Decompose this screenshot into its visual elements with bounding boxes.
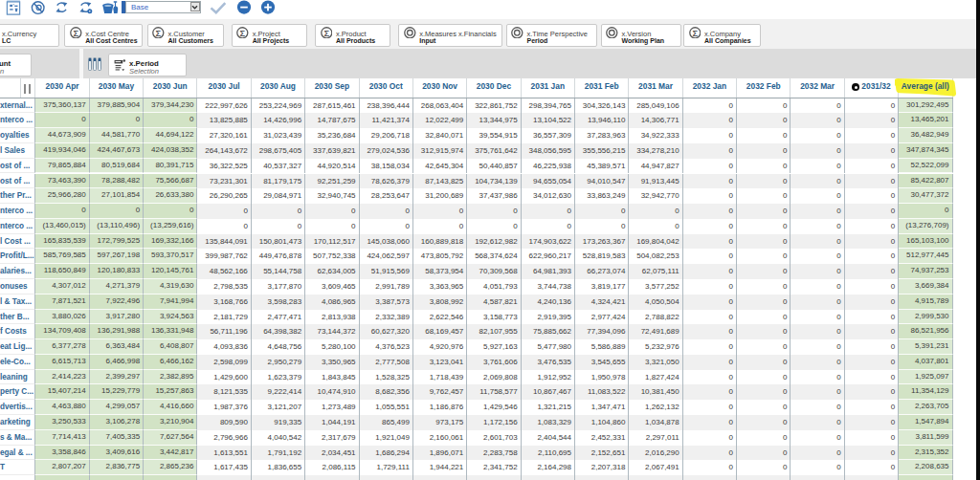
svg-text:Σ: Σ xyxy=(73,28,78,37)
svg-text:Σ: Σ xyxy=(323,28,329,37)
svg-text:Σ: Σ xyxy=(156,28,162,37)
svg-text:Σ: Σ xyxy=(240,28,246,37)
svg-text:Σ: Σ xyxy=(692,28,698,37)
